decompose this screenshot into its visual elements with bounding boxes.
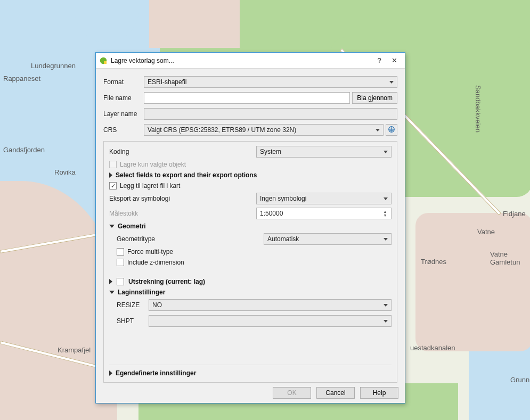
crs-value: Valgt CRS (EPSG:25832, ETRS89 / UTM zone…	[148, 126, 296, 134]
select-crs-button[interactable]	[386, 124, 397, 136]
extent-section[interactable]: Utstrekning (current: lag)	[109, 278, 205, 285]
format-combo[interactable]: ESRI-shapefil	[144, 76, 397, 88]
map-label-lundegrunnen: Lundegrunnen	[31, 62, 76, 70]
chevron-down-icon	[384, 320, 388, 323]
shpt-combo[interactable]	[149, 315, 392, 327]
layer-settings-section[interactable]: Laginnstillinger	[109, 289, 165, 296]
close-button[interactable]: ✕	[387, 55, 402, 67]
crs-label: CRS	[103, 126, 142, 134]
geomtype-combo[interactable]: Automatisk	[264, 233, 392, 245]
select-fields-section-label: Select fields to export and their export…	[116, 171, 257, 179]
map-label-sandbakkveien: Sandbakkveien	[474, 85, 482, 133]
force-multitype-label: Force multi-type	[127, 248, 173, 256]
geomtype-label: Geometritype	[117, 235, 260, 243]
map-label-vatne-gamletun: Vatne Gamletun	[490, 250, 520, 266]
layer-settings-section-label: Laginnstillinger	[118, 289, 165, 296]
extent-section-label: Utstrekning (current: lag)	[128, 278, 205, 285]
symbology-label: Eksport av symbologi	[109, 195, 253, 202]
layername-input	[144, 108, 397, 120]
chevron-down-icon	[384, 304, 388, 307]
scale-label: Målestokk	[109, 210, 253, 217]
scale-value: 1:50000	[260, 210, 283, 217]
map-label-gandsfjorden: Gandsfjorden	[3, 146, 45, 154]
chevron-down-icon	[384, 197, 388, 200]
crs-combo[interactable]: Valgt CRS (EPSG:25832, ETRS89 / UTM zone…	[144, 124, 384, 136]
chevron-down-icon	[109, 225, 115, 228]
format-label: Format	[103, 78, 142, 86]
map-label-krampafjel: Krampafjel	[58, 346, 91, 354]
map-label-grunn: Grunn	[510, 376, 529, 384]
symbology-combo[interactable]: Ingen symbologi	[256, 193, 392, 204]
help-button[interactable]: ?	[372, 55, 387, 67]
encoding-label: Koding	[109, 148, 253, 155]
save-selected-only-label: Lagre kun valgte objekt	[120, 161, 186, 168]
top-form: Format ESRI-shapefil File name Bla gjenn…	[103, 76, 397, 136]
geometry-section[interactable]: Geometri	[109, 223, 146, 230]
map-label-vatne: Vatne	[477, 228, 495, 236]
resize-value: NO	[152, 301, 162, 309]
help-button-label: Help	[373, 389, 386, 397]
browse-button-label: Bla gjennom	[357, 94, 393, 102]
chevron-down-icon	[109, 291, 115, 294]
chevron-down-icon	[376, 129, 380, 131]
custom-settings-section-label: Egendefinerte innstillinger	[116, 369, 196, 377]
resize-label: RESIZE	[117, 301, 149, 309]
include-z-checkbox[interactable]	[117, 259, 124, 266]
format-value: ESRI-shapefil	[148, 78, 186, 86]
ok-button-label: OK	[287, 389, 296, 397]
filename-label: File name	[103, 94, 142, 102]
select-fields-section[interactable]: Select fields to export and their export…	[109, 171, 257, 179]
help-footer-button[interactable]: Help	[360, 387, 398, 399]
dialog-titlebar[interactable]: Lagre vektorlag som... ? ✕	[96, 53, 405, 69]
chevron-down-icon	[384, 238, 388, 241]
svg-rect-1	[104, 61, 107, 64]
save-vector-layer-dialog: Lagre vektorlag som... ? ✕ Format ESRI-s…	[95, 52, 405, 403]
include-z-label: Include z-dimension	[127, 259, 184, 266]
geomtype-value: Automatisk	[267, 235, 299, 243]
dialog-footer: OK Cancel Help	[96, 383, 405, 403]
filename-input[interactable]	[144, 92, 350, 104]
map-label-rappaneset: Rappaneset	[3, 75, 40, 83]
chevron-down-icon	[389, 81, 394, 84]
custom-settings-section[interactable]: Egendefinerte innstillinger	[109, 369, 196, 377]
ok-button: OK	[273, 387, 311, 399]
add-saved-to-map-checkbox[interactable]	[109, 182, 117, 190]
force-multitype-checkbox[interactable]	[117, 248, 124, 256]
encoding-combo[interactable]: System	[256, 146, 392, 158]
chevron-right-icon	[109, 172, 112, 178]
encoding-value: System	[260, 148, 281, 155]
save-selected-only-checkbox	[109, 161, 117, 168]
symbology-value: Ingen symbologi	[260, 195, 306, 202]
map-label-fidjane: Fidjane	[503, 210, 526, 218]
resize-combo[interactable]: NO	[149, 299, 392, 311]
geometry-section-label: Geometri	[118, 223, 146, 230]
browse-button[interactable]: Bla gjennom	[352, 92, 397, 104]
globe-icon	[388, 126, 395, 135]
map-label-uestadkanalen: uestadkanalen	[410, 344, 455, 352]
dialog-title: Lagre vektorlag som...	[111, 57, 372, 64]
shpt-label: SHPT	[117, 317, 149, 325]
cancel-button[interactable]: Cancel	[316, 387, 355, 399]
chevron-right-icon	[109, 370, 112, 376]
extent-checkbox[interactable]	[117, 278, 124, 285]
scale-spinbox[interactable]: 1:50000 ▲▼	[256, 208, 392, 219]
chevron-right-icon	[109, 279, 112, 284]
map-label-trodnes: Trødnes	[421, 258, 446, 266]
add-saved-to-map-label: Legg til lagret fil i kart	[120, 182, 180, 190]
chevron-down-icon	[384, 151, 388, 153]
export-options-panel: Koding System Lagre kun valgte objekt Se…	[103, 141, 397, 383]
qgis-icon	[99, 56, 108, 65]
layername-label: Layer name	[103, 110, 142, 118]
cancel-button-label: Cancel	[325, 389, 345, 397]
map-label-rovika: Rovika	[54, 168, 76, 176]
